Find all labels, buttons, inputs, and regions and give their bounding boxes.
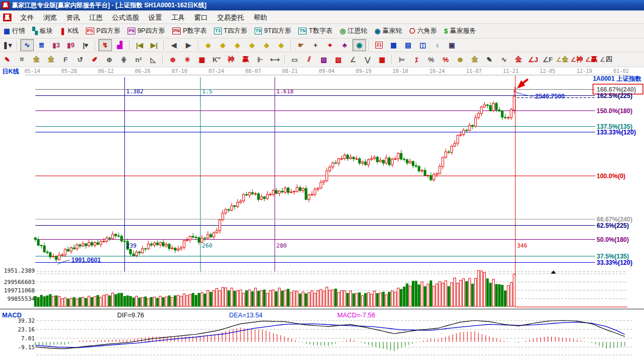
circle-cross-tool[interactable]: ⊕ [166, 54, 180, 66]
square-grid-tool[interactable]: ▦ [195, 54, 209, 66]
zigzag-button[interactable]: ↯ [98, 39, 112, 51]
width-arrows-tool[interactable]: ⟷ [268, 54, 282, 66]
kline-chart-svg[interactable]: 05-1405-2806-1206-2607-1007-2408-0708-21… [0, 67, 644, 357]
menu-item-5[interactable]: 设置 [144, 11, 167, 24]
gold-circle-tool[interactable]: ⊛ [453, 54, 467, 66]
angle-gold-tool[interactable]: ∠金 [555, 54, 569, 66]
ink-tool[interactable]: ✎ [483, 54, 496, 66]
k-count-tool[interactable]: K″ [210, 54, 223, 66]
info-panel-button[interactable]: ≣ [35, 39, 48, 51]
f-grid-tool[interactable]: F [59, 54, 72, 66]
menu-item-6[interactable]: 工具 [167, 11, 190, 24]
first-page-button[interactable]: |◀ [133, 39, 146, 51]
percent-tool[interactable]: % [424, 54, 438, 66]
grid-tool[interactable]: ⌗ [15, 54, 29, 66]
p-square-button[interactable]: PSP四方形 [82, 26, 124, 36]
angle-ying-tool[interactable]: ∠赢 [585, 54, 598, 66]
hand-tool-button[interactable]: ☛ [294, 39, 308, 51]
zoom-in-x-button[interactable]: ◈ [216, 39, 230, 51]
shen-tool[interactable]: 神 [224, 54, 238, 66]
chart3-button[interactable]: ▮3 [49, 39, 63, 51]
candle-style-dropdown[interactable]: ❚▾ [1, 39, 14, 51]
brush-tool[interactable]: ✐ [88, 54, 102, 66]
pencil-tool[interactable]: ✎ [1, 54, 14, 66]
dense-grid-tool[interactable]: ⋕ [117, 54, 131, 66]
brain-gann-button[interactable]: ◉ [352, 39, 366, 51]
chart9-button[interactable]: ▮9 [64, 39, 78, 51]
menu-item-4[interactable]: 公式选股 [107, 11, 144, 24]
histogram-button[interactable]: ▟ [113, 39, 127, 51]
pointer-tool-button[interactable]: ⌖ [323, 39, 337, 51]
percent-line-tool[interactable]: ⁒ [410, 54, 423, 66]
spiral-tool[interactable]: ↺ [73, 54, 87, 66]
menu-item-2[interactable]: 资讯 [61, 11, 84, 24]
menu-item-1[interactable]: 浏览 [39, 11, 61, 24]
t-number-table-button[interactable]: TNT数字表 [295, 26, 336, 36]
angle-ruler-tool[interactable]: ◺ [146, 54, 160, 66]
menu-item-9[interactable]: 帮助 [249, 11, 272, 24]
gann-box-purple-tool[interactable]: ▨ [317, 54, 331, 66]
quotes-button[interactable]: ▦行情 [0, 26, 29, 36]
compress-y-button[interactable]: ◈ [274, 39, 288, 51]
gold-grid2-tool[interactable]: 金 [44, 54, 58, 66]
expand-y-button[interactable]: ◈ [260, 39, 273, 51]
report-button[interactable]: ▤ [401, 39, 415, 51]
polyline-tool[interactable]: ⋁ [361, 54, 374, 66]
t-square-button[interactable]: T3T四方形 [210, 26, 251, 36]
percent-underline-tool[interactable]: % [439, 54, 452, 66]
gold-red-tool[interactable]: 金 [512, 54, 525, 66]
ruler-123-tool[interactable]: ⊩ [254, 54, 267, 66]
grid-layer [0, 75, 644, 355]
t9-square-button[interactable]: T99T四方形 [251, 26, 295, 36]
zoom-out-x-button[interactable]: ◈ [201, 39, 215, 51]
print-button[interactable]: ▣ [445, 39, 459, 51]
sectors-button[interactable]: ▚板块 [29, 26, 56, 36]
diagonal-tool[interactable]: ∠ [346, 54, 360, 66]
gann-box-red-tool[interactable]: ▧ [332, 54, 345, 66]
expand-x-button[interactable]: ◈ [231, 39, 244, 51]
angle-j-tool[interactable]: ∠J [526, 54, 540, 66]
gold-lines-tool[interactable]: 金 [468, 54, 482, 66]
menu-item-7[interactable]: 窗口 [190, 11, 212, 24]
next-button[interactable]: ▶ [182, 39, 195, 51]
toolbar-separator [198, 41, 199, 50]
red-grid-tool[interactable]: ▦ [375, 54, 389, 66]
gann-circle-tool[interactable]: ⊕ [103, 54, 116, 66]
gold-grid-tool[interactable]: 金 [30, 54, 43, 66]
hexagon-button[interactable]: ⎔六角形 [406, 26, 440, 36]
toolbar-separator [162, 55, 163, 64]
wave-tool[interactable]: ∿ [497, 54, 511, 66]
compress-x-button[interactable]: ◈ [245, 39, 259, 51]
macd-axis-label: -9.15 [18, 344, 35, 351]
box-tool[interactable]: ▭ [288, 54, 301, 66]
angle-four-tool[interactable]: ∠四 [599, 54, 613, 66]
trend-wave-button[interactable]: ∿ [20, 39, 34, 51]
calculator-button[interactable]: ▦ [387, 39, 400, 51]
last-page-button[interactable]: ▶| [147, 39, 161, 51]
angle-f-tool[interactable]: ∠F [541, 54, 554, 66]
calendar-button[interactable]: 21 [372, 39, 386, 51]
web-button[interactable]: ♁ [431, 39, 444, 51]
chart-area[interactable]: 05-1405-2806-1206-2607-1007-2408-0708-21… [0, 67, 644, 357]
tree-view-button[interactable]: ♣ [338, 39, 351, 51]
save-button[interactable]: ◫ [416, 39, 430, 51]
kline-button[interactable]: ❚K线 [56, 26, 82, 36]
wheel-tool[interactable]: ✳ [181, 54, 194, 66]
prev-button[interactable]: ◀ [167, 39, 181, 51]
measure-tool[interactable]: ⊨ [395, 54, 409, 66]
winner-service-button[interactable]: $赢家服务 [440, 26, 479, 36]
menu-item-0[interactable]: 文件 [16, 11, 39, 24]
menu-item-8[interactable]: 交易委托 [212, 11, 249, 24]
angle-shen-tool[interactable]: ∠神 [570, 54, 584, 66]
p-number-table-button[interactable]: PNP数字表 [169, 26, 210, 36]
n-square-tool[interactable]: n² [132, 54, 145, 66]
menu-item-3[interactable]: 江恩 [84, 11, 107, 24]
thin-candle-dropdown[interactable]: |▾ [79, 39, 92, 51]
winner-wheel-button[interactable]: ◉赢家轮 [371, 26, 406, 36]
p9-square-button[interactable]: P99P四方形 [124, 26, 169, 36]
gann-wheel-button[interactable]: ◎江恩轮 [336, 26, 371, 36]
ying-tool[interactable]: 赢 [239, 54, 252, 66]
date-tick: 08-07 [245, 68, 261, 74]
crosshair-tool-button[interactable]: + [309, 39, 322, 51]
fan-tool[interactable]: ⫽ [302, 54, 316, 66]
